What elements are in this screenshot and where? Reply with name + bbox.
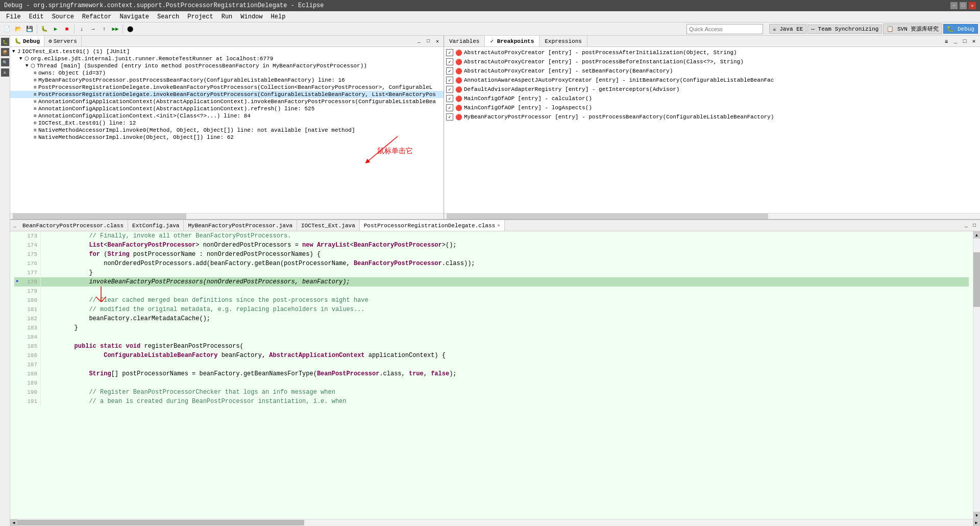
new-button[interactable]: 📄 (2, 24, 12, 34)
sidebar-search-icon[interactable]: 🔍 (1, 58, 9, 66)
panel-minimize-button[interactable]: _ (951, 37, 960, 45)
perspective-debug[interactable]: 🐛 Debug (943, 24, 978, 34)
tree-item-main-thread[interactable]: ▼ ⬡ Thread [main] (Suspended (entry into… (10, 62, 444, 69)
minimize-view-button[interactable]: _ (415, 37, 423, 45)
step-into-button[interactable]: ↓ (77, 24, 87, 34)
menu-search[interactable]: Search (153, 12, 183, 21)
tree-item-icon: ≡ (34, 128, 37, 133)
bp-checkbox-7[interactable]: ✓ (446, 104, 453, 111)
code-hscroll[interactable]: ◀ ▶ (10, 519, 980, 526)
debug-button[interactable]: 🐛 (39, 24, 50, 34)
bp-checkbox-2[interactable]: ✓ (446, 58, 453, 65)
bp-item-2[interactable]: ✓ 🔴 AbstractAutoProxyCreator [entry] - p… (444, 57, 980, 66)
tree-item-frame-test01[interactable]: ≡ IOCTest_Ext.test01() line: 12 (10, 119, 444, 127)
bp-checkbox-6[interactable]: ✓ (446, 95, 453, 102)
tree-item-frame-context1[interactable]: ≡ AnnotationConfigApplicationContext(Abs… (10, 98, 444, 105)
bp-checkbox-3[interactable]: ✓ (446, 67, 453, 75)
tree-item-frame-invoke2[interactable]: ≡ PostProcessorRegistrationDelegate.invo… (10, 91, 444, 98)
maximize-button[interactable]: □ (960, 2, 967, 9)
tree-item-remote-runner[interactable]: ▼ ⬡ org.eclipse.jdt.internal.junit.runne… (10, 55, 444, 62)
bp-item-6[interactable]: ✓ 🔴 MainConfigOfAOP [entry] - calculator… (444, 94, 980, 103)
bp-item-8[interactable]: ✓ 🔴 MyBeanFactoryPostProcessor [entry] -… (444, 112, 980, 122)
hscroll-track[interactable] (17, 519, 973, 526)
resume-button[interactable]: ▶▶ (110, 24, 120, 34)
close-button[interactable]: ✕ (969, 2, 976, 9)
open-button[interactable]: 📂 (13, 24, 23, 34)
code-vscroll[interactable]: ▲ ▼ (973, 231, 980, 519)
close-view-button[interactable]: ✕ (433, 37, 442, 45)
scroll-down-button[interactable]: ▼ (973, 512, 980, 519)
menu-run[interactable]: Run (217, 12, 237, 21)
perspective-team-sync[interactable]: ↔ Team Synchronizing (807, 25, 882, 34)
menu-navigate[interactable]: Navigate (115, 12, 153, 21)
editor-maximize-button[interactable]: □ (971, 222, 978, 229)
tab-servers[interactable]: ⚙ Servers (44, 36, 82, 46)
bp-item-3[interactable]: ✓ 🔴 AbstractAutoProxyCreator [entry] - s… (444, 66, 980, 76)
perspective-svn[interactable]: 📋 SVN 资源库研究 (883, 23, 942, 34)
bp-item-5[interactable]: ✓ 🔴 DefaultAdvisorAdapterRegistry [entry… (444, 85, 980, 94)
bp-label-1: AbstractAutoProxyCreator [entry] - postP… (464, 50, 737, 56)
tree-item-frame-invoke1[interactable]: ≡ PostProcessorRegistrationDelegate.invo… (10, 84, 444, 91)
sidebar-debug-icon[interactable]: 🐛 (1, 38, 9, 46)
menu-help[interactable]: Help (267, 12, 290, 21)
sidebar-outline-icon[interactable]: ≡ (1, 68, 9, 77)
scroll-up-button[interactable]: ▲ (973, 231, 980, 238)
bp-item-4[interactable]: ✓ 🔴 AnnotationAwareAspectJAutoProxyCreat… (444, 76, 980, 85)
perspective-java-ee[interactable]: ☕ Java EE (769, 24, 806, 34)
step-over-button[interactable]: → (88, 24, 98, 34)
minimize-button[interactable]: – (950, 2, 958, 9)
tab-debug[interactable]: 🐛 Debug (10, 36, 44, 46)
save-button[interactable]: 💾 (24, 24, 35, 34)
menu-project[interactable]: Project (183, 12, 217, 21)
tree-item-frame-native2[interactable]: ≡ NativeMethodAccessorImpl.invoke(Object… (10, 134, 444, 141)
tab-expressions[interactable]: Expressions (540, 36, 587, 46)
tree-item-frame-mybeanfactory[interactable]: ≡ MyBeanFactoryPostProcessor.postProcess… (10, 77, 444, 84)
editor-tab-postprocessor[interactable]: PostProcessorRegistrationDelegate.class … (360, 220, 505, 231)
bp-checkbox-8[interactable]: ✓ (446, 113, 453, 121)
maximize-view-button[interactable]: □ (424, 37, 432, 45)
collapse-all-button[interactable]: ⇊ (942, 37, 950, 45)
quick-access-input[interactable] (687, 24, 763, 34)
debug-tree-hscroll[interactable] (10, 213, 444, 219)
menu-edit[interactable]: Edit (25, 12, 48, 21)
tree-item-frame-init[interactable]: ≡ AnnotationConfigApplicationContext.<in… (10, 112, 444, 119)
bp-checkbox-5[interactable]: ✓ (446, 86, 453, 93)
sidebar-pkg-icon[interactable]: 📦 (1, 48, 9, 56)
tab-breakpoints[interactable]: ✓ Breakpoints (485, 36, 540, 46)
bp-item-1[interactable]: ✓ 🔴 AbstractAutoProxyCreator [entry] - p… (444, 48, 980, 57)
menu-source[interactable]: Source (48, 12, 78, 21)
menu-file[interactable]: File (2, 12, 25, 21)
tab-variables[interactable]: Variables (444, 36, 485, 46)
tree-item-owns[interactable]: ≡ owns: Object (id=37) (10, 69, 444, 77)
panel-maximize-button[interactable]: □ (961, 37, 969, 45)
tree-item-frame-refresh[interactable]: ≡ AnnotationConfigApplicationContext(Abs… (10, 105, 444, 112)
editor-tab-mybeanfactory[interactable]: MyBeanFactoryPostProcessor.java (184, 220, 297, 231)
bp-checkbox-4[interactable]: ✓ (446, 77, 453, 84)
code-content[interactable]: 173 // Finally, invoke all other BeanFac… (10, 231, 973, 519)
run-button[interactable]: ▶ (51, 24, 61, 34)
hscroll-left-button[interactable]: ◀ (10, 519, 17, 526)
bp-checkbox-1[interactable]: ✓ (446, 49, 453, 56)
tree-item-frame-native[interactable]: ≡ NativeMethodAccessorImpl.invoke0(Metho… (10, 127, 444, 134)
bp-item-7[interactable]: ✓ 🔴 MainConfigOfAOP [entry] - logAspects… (444, 103, 980, 112)
bp-label-4: AnnotationAwareAspectJAutoProxyCreator [… (464, 77, 774, 83)
menu-refactor[interactable]: Refactor (78, 12, 116, 21)
step-return-button[interactable]: ↑ (99, 24, 109, 34)
editor-tabs-minimize[interactable]: _ (11, 222, 18, 229)
editor-tab-beanfactory[interactable]: BeanFactoryPostProcessor.class (18, 220, 128, 231)
editor-tab-ioctest[interactable]: IOCTest_Ext.java (297, 220, 360, 231)
toggle-breakpoint-button[interactable]: ⬤ (125, 24, 135, 34)
breakpoints-hscroll[interactable] (444, 213, 980, 219)
editor-tab-extconfig[interactable]: ExtConfig.java (128, 220, 184, 231)
editor-minimize-button[interactable]: _ (963, 222, 970, 229)
hscroll-thumb[interactable] (17, 520, 304, 525)
scroll-track[interactable] (973, 238, 980, 512)
postprocessor-tab-close[interactable]: ✕ (497, 223, 500, 228)
hscroll-right-button[interactable]: ▶ (973, 519, 980, 526)
panel-close-button[interactable]: ✕ (970, 37, 978, 45)
scroll-thumb[interactable] (973, 252, 980, 307)
tree-item-junit[interactable]: ▼ J IOCTest_Ext.test01() (1) [JUnit] (10, 48, 444, 55)
stop-button[interactable]: ■ (62, 24, 72, 34)
code-line-176: 176 nonOrderedPostProcessors.add(beanFac… (14, 259, 969, 268)
menu-window[interactable]: Window (236, 12, 266, 21)
